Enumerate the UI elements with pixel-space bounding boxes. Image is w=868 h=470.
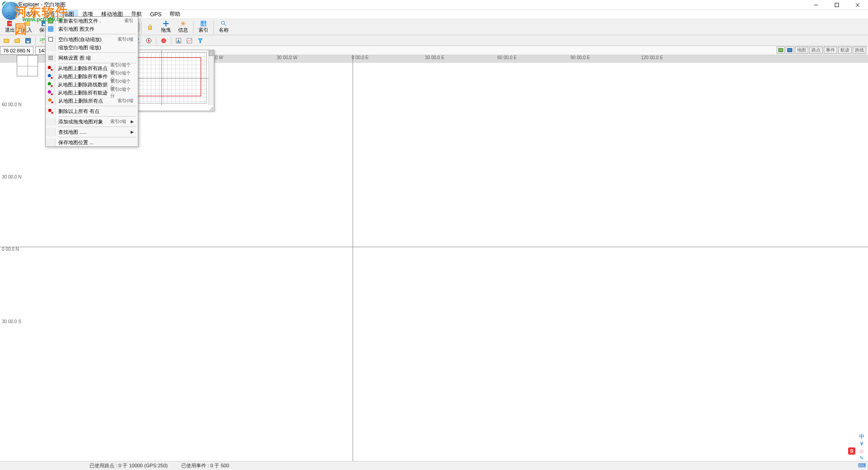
menu-item[interactable]: 保存地图位置 ... [46, 138, 138, 146]
lat-label: 30 00.0 N [2, 174, 21, 179]
folder-open-button[interactable] [13, 36, 22, 45]
map-menu-dropdown: 重新索引地图文件 .索引索引地图 图文件空白地图(自动缩放)索引c缩缩放空白地图… [45, 16, 138, 147]
tray-icon-0[interactable]: 中 [858, 433, 865, 440]
menu-item[interactable]: 查找地图 .....▶ [46, 128, 138, 136]
lon-label: 90 00.0 E [571, 55, 590, 60]
menu-item[interactable]: 空白地图(自动缩放)索引c缩 [46, 35, 138, 43]
thumb2-button[interactable] [786, 47, 794, 54]
menu-item[interactable]: 从地图上删除所有航迹索引c缩个分 [46, 89, 138, 97]
load-button[interactable]: 载入 [19, 20, 35, 34]
flag-red-icon [160, 38, 167, 44]
status-bar: 已使用路点 : 0 于 10000 (GPS:250) 已使用事件 : 0 于 … [0, 461, 868, 470]
svg-rect-15 [27, 41, 29, 42]
overview-scrollbar[interactable] [208, 50, 214, 105]
maximize-button[interactable] [826, 0, 847, 10]
svg-rect-1 [835, 3, 839, 7]
graph-icon [186, 38, 193, 44]
menu-item[interactable]: 删除以上所有 有点 [46, 107, 138, 115]
svg-rect-38 [48, 27, 53, 32]
svg-rect-35 [778, 48, 783, 52]
chevron-right-icon: ▶ [131, 119, 135, 124]
filter-button[interactable] [196, 36, 205, 45]
minimize-button[interactable] [806, 0, 826, 10]
latitude-box: 78 02.880 N [0, 47, 33, 55]
lon-label: 120 00.0 E [641, 55, 663, 60]
thumb1-button[interactable] [777, 47, 785, 54]
menu-item[interactable]: 添加或拖曳地图对象索引c缩▶ [46, 118, 138, 126]
del-red-icon [46, 64, 55, 72]
ime-logo-icon[interactable]: S [848, 447, 855, 455]
compass-icon [146, 38, 152, 44]
filter-路点-button[interactable]: 路点 [809, 47, 823, 54]
chart-icon [175, 38, 182, 44]
filter-事件-button[interactable]: 事件 [824, 47, 837, 54]
mini-map-box[interactable] [17, 55, 38, 76]
svg-text:S: S [850, 448, 853, 454]
lat-label: 0 00.0 N [2, 247, 19, 252]
info-button[interactable]: 信息 [175, 20, 191, 34]
svg-rect-31 [177, 41, 178, 42]
svg-rect-13 [4, 39, 9, 42]
del-all-icon [46, 107, 56, 115]
index-button[interactable]: 索引 [195, 20, 212, 34]
close-button[interactable] [847, 0, 868, 10]
resize-handle-icon[interactable] [208, 105, 214, 111]
svg-rect-32 [178, 39, 179, 42]
menu-item[interactable]: 缩放空白地图 缩放) [46, 43, 138, 52]
blank-icon [46, 43, 56, 52]
grid-icon [46, 54, 56, 62]
filter-航迹-button[interactable]: 航迹 [838, 47, 852, 54]
tray-icon-4[interactable]: ⌨ [858, 462, 865, 469]
chart-button[interactable] [174, 36, 183, 45]
svg-point-45 [48, 109, 51, 112]
lock-button[interactable] [143, 20, 157, 34]
menu-GPS[interactable]: GPS [146, 10, 165, 19]
filter-地图-button[interactable]: 地图 [795, 47, 808, 54]
app-icon [2, 1, 9, 9]
title-bar: OziExplorer - 空白地图 [0, 0, 868, 10]
lon-label: 0 00.0 E [352, 55, 368, 60]
exit-button[interactable]: 退出 [2, 20, 18, 34]
graph-button[interactable] [185, 36, 194, 45]
menu-item[interactable]: 网格设置 图 缩 [46, 54, 138, 62]
load-icon [24, 20, 31, 27]
compass-button[interactable] [144, 36, 153, 45]
svg-point-41 [48, 74, 51, 77]
menu-选项[interactable]: 选项 [22, 9, 40, 19]
svg-rect-11 [201, 21, 206, 26]
folder-open-icon [14, 38, 20, 44]
save-icon [25, 38, 31, 44]
menu-item[interactable]: 索引地图 图文件 [46, 25, 138, 33]
flag-red-button[interactable] [159, 36, 168, 45]
lat-label: 30 00.0 S [2, 319, 21, 324]
save-button[interactable] [24, 36, 33, 45]
lon-label: 60 00.0 E [497, 55, 517, 60]
del-mag-icon [46, 89, 55, 97]
square-icon [46, 35, 56, 43]
exit-icon [6, 20, 14, 27]
status-waypoints: 已使用路点 : 0 于 10000 (GPS:250) [90, 462, 168, 469]
arrows-icon [179, 20, 187, 27]
menu-item[interactable]: 从地图上删除所有点索引c缩 [46, 97, 138, 105]
drag-button[interactable]: 拖曳 [158, 20, 174, 34]
tray-icon-3[interactable]: ✎ [858, 455, 865, 462]
name-button[interactable]: 名称 [216, 20, 232, 34]
folder-button[interactable] [2, 36, 11, 45]
reindex-icon [46, 17, 56, 25]
tray-icon-2[interactable]: ☺ [858, 447, 865, 455]
blank-icon [46, 138, 56, 146]
lon-label: 30 00.0 W [277, 55, 297, 60]
filter-路线-button[interactable]: 路线 [853, 47, 866, 54]
lat-label: 60 00.0 N [2, 102, 21, 107]
svg-rect-33 [179, 41, 180, 42]
ime-tray: S 中￥☺✎⌨ [848, 433, 865, 469]
menu-帮助[interactable]: 帮助 [166, 9, 184, 19]
tray-icon-1[interactable]: ￥ [858, 440, 865, 447]
index-icon [200, 20, 207, 27]
menu-item[interactable]: 重新索引地图文件 .索引 [46, 17, 138, 25]
filter-icon [197, 38, 203, 44]
svg-point-12 [222, 21, 225, 24]
svg-rect-10 [149, 27, 152, 29]
menu-文件[interactable]: 文件 [3, 9, 21, 19]
search-icon [220, 20, 227, 27]
